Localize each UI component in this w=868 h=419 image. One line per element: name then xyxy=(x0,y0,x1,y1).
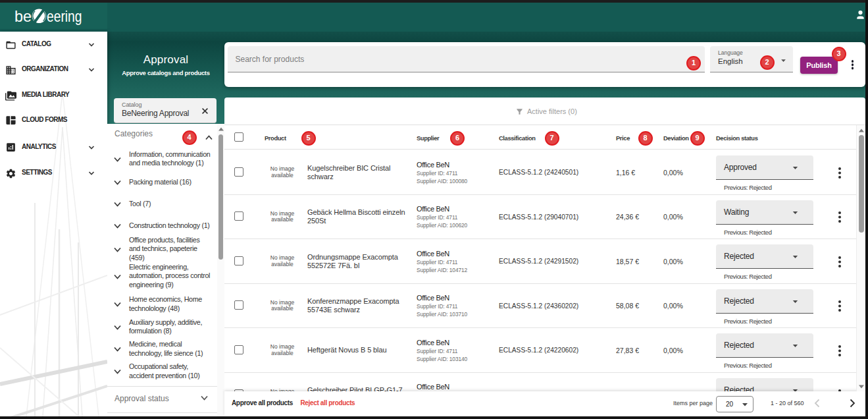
svg-text:be: be xyxy=(14,7,32,25)
svg-text:eering: eering xyxy=(47,7,82,25)
